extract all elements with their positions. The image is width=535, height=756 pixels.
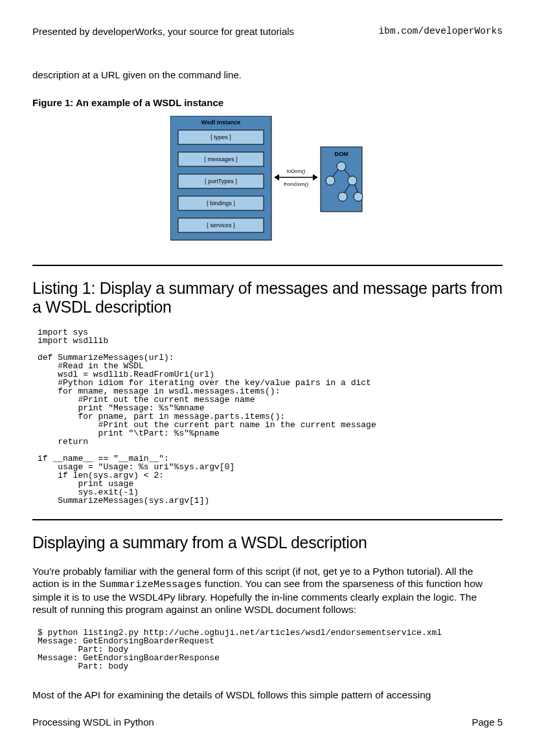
panel-item: { bindings } (207, 200, 236, 206)
svg-marker-8 (313, 174, 318, 181)
page-header: Presented by developerWorks, your source… (32, 26, 503, 37)
svg-point-17 (338, 192, 347, 201)
panel-title: Wsdl instance (201, 119, 241, 126)
svg-point-14 (348, 176, 357, 185)
footer-left: Processing WSDL in Python (32, 717, 154, 728)
section2-title: Displaying a summary from a WSDL descrip… (32, 533, 503, 552)
listing1-code: import sys import wsdllib def SummarizeM… (38, 328, 503, 505)
output-block: $ python listing2.py http://uche.ogbuji.… (38, 628, 503, 671)
para1-mono: SummarizeMessages (99, 579, 201, 590)
dom-label: DOM (335, 151, 348, 157)
divider (32, 519, 503, 520)
svg-point-18 (354, 192, 363, 201)
panel-item: { messages } (204, 156, 238, 162)
svg-point-13 (326, 176, 335, 185)
listing1-title: Listing 1: Display a summary of messages… (32, 279, 503, 317)
footer-right: Page 5 (472, 717, 503, 728)
panel-item: { services } (207, 222, 235, 228)
panel-item: { portTypes } (205, 178, 238, 184)
figure-diagram: Wsdl instance [ types ] { messages } { p… (32, 116, 503, 245)
header-right: ibm.com/developerWorks (379, 26, 503, 37)
arrow-label-top: toDom() (287, 168, 306, 174)
figure-caption: Figure 1: An example of a WSDL instance (32, 97, 503, 108)
divider (32, 265, 503, 266)
wsdl-diagram-svg: Wsdl instance [ types ] { messages } { p… (170, 116, 365, 245)
body-paragraph-2: Most of the API for examining the detail… (32, 689, 503, 701)
svg-marker-7 (274, 174, 279, 181)
svg-point-10 (337, 162, 346, 171)
arrow-label-bottom: fromDom() (284, 181, 309, 187)
panel-item: [ types ] (211, 134, 231, 140)
page-footer: Processing WSDL in Python Page 5 (32, 717, 503, 728)
header-left: Presented by developerWorks, your source… (32, 26, 294, 37)
body-paragraph-1: You're probably familiar with the genera… (32, 565, 503, 616)
intro-fragment: description at a URL given on the comman… (32, 69, 503, 80)
